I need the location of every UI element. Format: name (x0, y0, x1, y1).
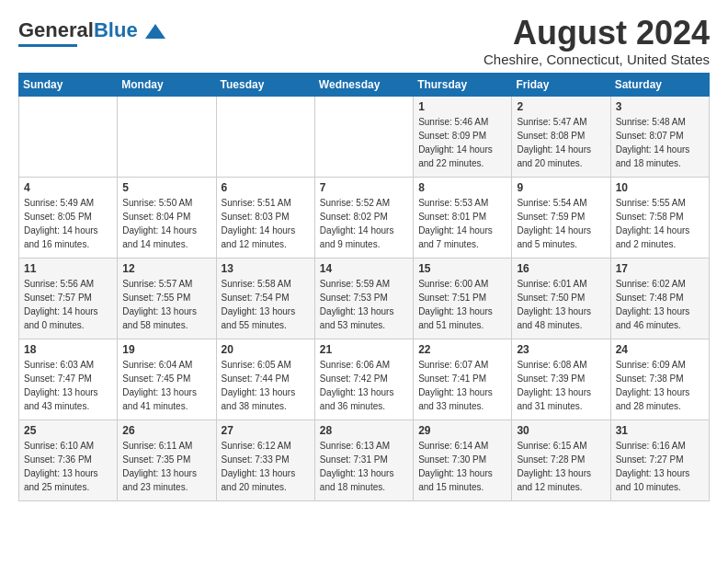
logo: GeneralBlue (18, 18, 165, 47)
day-info: Sunrise: 5:50 AM Sunset: 8:04 PM Dayligh… (122, 196, 210, 251)
day-number: 7 (320, 181, 408, 194)
day-info: Sunrise: 6:00 AM Sunset: 7:51 PM Dayligh… (418, 277, 506, 332)
day-info: Sunrise: 6:02 AM Sunset: 7:48 PM Dayligh… (616, 277, 704, 332)
day-info: Sunrise: 5:56 AM Sunset: 7:57 PM Dayligh… (24, 277, 112, 332)
day-number: 23 (517, 343, 605, 356)
header-cell-friday: Friday (512, 73, 610, 96)
day-cell (314, 96, 413, 177)
week-row-1: 1Sunrise: 5:46 AM Sunset: 8:09 PM Daylig… (19, 96, 710, 177)
day-info: Sunrise: 5:59 AM Sunset: 7:53 PM Dayligh… (320, 277, 408, 332)
day-cell: 13Sunrise: 5:58 AM Sunset: 7:54 PM Dayli… (216, 258, 314, 339)
day-cell: 7Sunrise: 5:52 AM Sunset: 8:02 PM Daylig… (314, 177, 413, 258)
day-cell: 12Sunrise: 5:57 AM Sunset: 7:55 PM Dayli… (118, 258, 216, 339)
day-info: Sunrise: 5:49 AM Sunset: 8:05 PM Dayligh… (24, 196, 112, 251)
day-number: 9 (517, 181, 605, 194)
day-cell: 19Sunrise: 6:04 AM Sunset: 7:45 PM Dayli… (118, 339, 216, 419)
day-cell: 8Sunrise: 5:53 AM Sunset: 8:01 PM Daylig… (414, 177, 512, 258)
day-cell: 5Sunrise: 5:50 AM Sunset: 8:04 PM Daylig… (118, 177, 216, 258)
page-header: GeneralBlue August 2024 Cheshire, Connec… (18, 15, 710, 67)
day-number: 14 (320, 262, 408, 275)
day-number: 5 (122, 181, 210, 194)
day-number: 6 (222, 181, 310, 194)
day-info: Sunrise: 6:04 AM Sunset: 7:45 PM Dayligh… (122, 358, 210, 413)
day-info: Sunrise: 5:48 AM Sunset: 8:07 PM Dayligh… (616, 115, 704, 170)
day-number: 13 (222, 262, 310, 275)
day-number: 1 (418, 100, 506, 113)
week-row-5: 25Sunrise: 6:10 AM Sunset: 7:36 PM Dayli… (19, 419, 710, 500)
day-number: 17 (616, 262, 704, 275)
day-cell: 15Sunrise: 6:00 AM Sunset: 7:51 PM Dayli… (414, 258, 512, 339)
day-cell (19, 96, 118, 177)
day-info: Sunrise: 5:54 AM Sunset: 7:59 PM Dayligh… (517, 196, 605, 251)
day-number: 16 (517, 262, 605, 275)
day-number: 19 (122, 343, 210, 356)
logo-icon (145, 24, 165, 39)
week-row-4: 18Sunrise: 6:03 AM Sunset: 7:47 PM Dayli… (19, 339, 710, 419)
day-info: Sunrise: 6:06 AM Sunset: 7:42 PM Dayligh… (320, 358, 408, 413)
day-cell: 14Sunrise: 5:59 AM Sunset: 7:53 PM Dayli… (314, 258, 413, 339)
day-info: Sunrise: 6:15 AM Sunset: 7:28 PM Dayligh… (517, 439, 605, 494)
week-row-3: 11Sunrise: 5:56 AM Sunset: 7:57 PM Dayli… (19, 258, 710, 339)
day-info: Sunrise: 6:05 AM Sunset: 7:44 PM Dayligh… (222, 358, 310, 413)
day-info: Sunrise: 5:47 AM Sunset: 8:08 PM Dayligh… (517, 115, 605, 170)
day-cell: 11Sunrise: 5:56 AM Sunset: 7:57 PM Dayli… (19, 258, 118, 339)
day-cell: 20Sunrise: 6:05 AM Sunset: 7:44 PM Dayli… (216, 339, 314, 419)
day-info: Sunrise: 6:01 AM Sunset: 7:50 PM Dayligh… (517, 277, 605, 332)
day-info: Sunrise: 5:53 AM Sunset: 8:01 PM Dayligh… (418, 196, 506, 251)
day-cell: 1Sunrise: 5:46 AM Sunset: 8:09 PM Daylig… (414, 96, 512, 177)
day-cell: 25Sunrise: 6:10 AM Sunset: 7:36 PM Dayli… (19, 419, 118, 500)
day-number: 26 (122, 424, 210, 437)
day-number: 24 (616, 343, 704, 356)
day-cell: 10Sunrise: 5:55 AM Sunset: 7:58 PM Dayli… (610, 177, 709, 258)
day-number: 2 (517, 100, 605, 113)
day-number: 3 (616, 100, 704, 113)
header-cell-saturday: Saturday (610, 73, 709, 96)
day-cell: 18Sunrise: 6:03 AM Sunset: 7:47 PM Dayli… (19, 339, 118, 419)
day-number: 21 (320, 343, 408, 356)
day-number: 31 (616, 424, 704, 437)
day-info: Sunrise: 5:52 AM Sunset: 8:02 PM Dayligh… (320, 196, 408, 251)
header-row: SundayMondayTuesdayWednesdayThursdayFrid… (19, 73, 710, 96)
header-cell-thursday: Thursday (414, 73, 512, 96)
day-info: Sunrise: 6:12 AM Sunset: 7:33 PM Dayligh… (222, 439, 310, 494)
day-number: 4 (24, 181, 112, 194)
title-block: August 2024 Cheshire, Connecticut, Unite… (483, 15, 710, 67)
day-cell: 28Sunrise: 6:13 AM Sunset: 7:31 PM Dayli… (314, 419, 413, 500)
calendar-table: SundayMondayTuesdayWednesdayThursdayFrid… (18, 73, 710, 501)
day-info: Sunrise: 6:14 AM Sunset: 7:30 PM Dayligh… (418, 439, 506, 494)
week-row-2: 4Sunrise: 5:49 AM Sunset: 8:05 PM Daylig… (19, 177, 710, 258)
logo-underline (18, 44, 77, 47)
day-number: 10 (616, 181, 704, 194)
day-number: 20 (222, 343, 310, 356)
day-info: Sunrise: 6:10 AM Sunset: 7:36 PM Dayligh… (24, 439, 112, 494)
day-number: 8 (418, 181, 506, 194)
header-cell-wednesday: Wednesday (314, 73, 413, 96)
day-info: Sunrise: 5:58 AM Sunset: 7:54 PM Dayligh… (222, 277, 310, 332)
month-title: August 2024 (483, 15, 710, 52)
day-cell: 2Sunrise: 5:47 AM Sunset: 8:08 PM Daylig… (512, 96, 610, 177)
day-number: 15 (418, 262, 506, 275)
day-info: Sunrise: 6:16 AM Sunset: 7:27 PM Dayligh… (616, 439, 704, 494)
day-cell: 4Sunrise: 5:49 AM Sunset: 8:05 PM Daylig… (19, 177, 118, 258)
day-info: Sunrise: 5:55 AM Sunset: 7:58 PM Dayligh… (616, 196, 704, 251)
day-number: 28 (320, 424, 408, 437)
header-cell-tuesday: Tuesday (216, 73, 314, 96)
day-number: 18 (24, 343, 112, 356)
day-cell: 29Sunrise: 6:14 AM Sunset: 7:30 PM Dayli… (414, 419, 512, 500)
day-cell (118, 96, 216, 177)
day-number: 12 (122, 262, 210, 275)
day-number: 30 (517, 424, 605, 437)
location: Cheshire, Connecticut, United States (483, 52, 710, 67)
day-cell: 31Sunrise: 6:16 AM Sunset: 7:27 PM Dayli… (610, 419, 709, 500)
day-cell: 27Sunrise: 6:12 AM Sunset: 7:33 PM Dayli… (216, 419, 314, 500)
day-number: 27 (222, 424, 310, 437)
day-cell: 24Sunrise: 6:09 AM Sunset: 7:38 PM Dayli… (610, 339, 709, 419)
day-info: Sunrise: 6:09 AM Sunset: 7:38 PM Dayligh… (616, 358, 704, 413)
day-info: Sunrise: 6:13 AM Sunset: 7:31 PM Dayligh… (320, 439, 408, 494)
day-cell: 22Sunrise: 6:07 AM Sunset: 7:41 PM Dayli… (414, 339, 512, 419)
day-info: Sunrise: 6:07 AM Sunset: 7:41 PM Dayligh… (418, 358, 506, 413)
day-number: 25 (24, 424, 112, 437)
day-cell: 16Sunrise: 6:01 AM Sunset: 7:50 PM Dayli… (512, 258, 610, 339)
day-cell: 23Sunrise: 6:08 AM Sunset: 7:39 PM Dayli… (512, 339, 610, 419)
day-info: Sunrise: 5:46 AM Sunset: 8:09 PM Dayligh… (418, 115, 506, 170)
